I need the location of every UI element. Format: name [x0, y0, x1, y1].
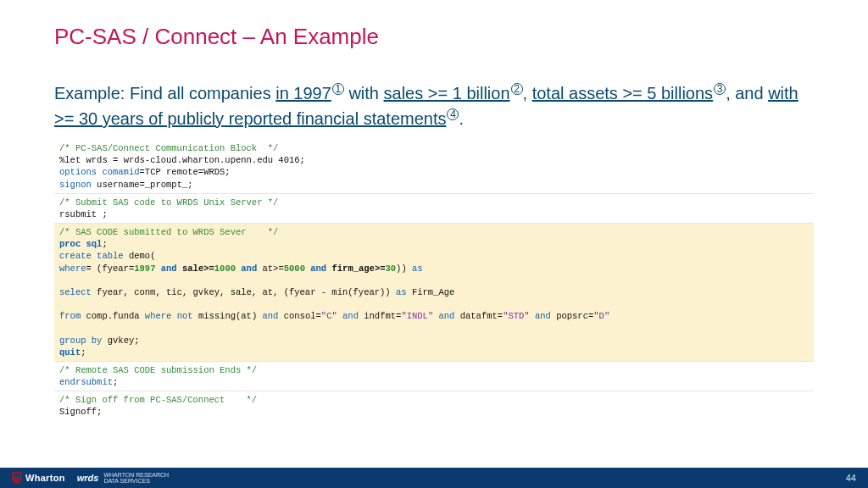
wrds-logo: wrds [77, 473, 99, 483]
ref-2-icon: 2 [511, 83, 523, 95]
code-text: ; [102, 239, 107, 249]
code-kw: select [59, 287, 92, 297]
code-kw: group [59, 336, 86, 346]
code-text: wrds = wrds-cloud.wharton.upenn.edu 4016… [81, 155, 305, 165]
page-title: PC-SAS / Connect – An Example [54, 24, 814, 50]
code-kw: where [59, 263, 86, 274]
code-text: demo( [124, 251, 156, 261]
code-text: firm_age>= [326, 263, 385, 274]
code-kw: and [530, 311, 551, 321]
code-text: =TCP remote=WRDS; [140, 167, 231, 177]
code-num: 5000 [284, 263, 305, 274]
wrds-subtitle: WHARTON RESEARCH DATA SERVICES [103, 472, 169, 484]
example-description: Example: Find all companies in 19971 wit… [54, 80, 814, 131]
code-text: popsrc= [551, 311, 593, 321]
text: with [344, 84, 384, 103]
code-str: "STD" [503, 311, 530, 321]
code-text: ; [113, 377, 118, 387]
code-num: 1997 [134, 263, 155, 274]
ref-4-icon: 4 [447, 108, 459, 120]
text: Example: Find all companies [54, 84, 275, 103]
criterion-assets: total assets >= 5 billions [532, 84, 713, 103]
code-str: "C" [321, 311, 337, 321]
code-block-sql: /* SAS CODE submitted to WRDS Sever */ p… [54, 224, 814, 362]
code-text: sale>= [177, 263, 214, 274]
code-kw: and [236, 263, 257, 274]
text: , and [726, 84, 768, 103]
code-kw: create [59, 251, 92, 261]
code-comment: /* SAS CODE submitted to WRDS Sever */ [59, 227, 278, 237]
ref-3-icon: 3 [714, 83, 726, 95]
code-text: missing(at) [193, 311, 263, 321]
code-num: 30 [385, 263, 396, 274]
code-kw: from [59, 311, 81, 321]
code-comment: /* Sign off from PC-SAS/Connect */ [59, 395, 257, 405]
code-kw: proc [59, 239, 81, 249]
code-kw: endrsubmit [59, 377, 113, 387]
code-kw: as [396, 287, 407, 297]
code-text: Firm_Age [407, 287, 455, 297]
code-comment: /* Submit SAS code to WRDS Unix Server *… [59, 197, 278, 208]
code-kw: and [305, 263, 326, 274]
code-text: consol= [278, 311, 320, 321]
text: . [459, 109, 464, 128]
code-block-rsubmit: /* Submit SAS code to WRDS Unix Server *… [54, 194, 814, 224]
code-kw: and [155, 263, 176, 274]
footer-bar: Wharton wrds WHARTON RESEARCH DATA SERVI… [0, 468, 868, 488]
code-kw: as [412, 263, 423, 274]
code-text: gvkey; [102, 336, 139, 346]
code-str: "D" [593, 311, 609, 321]
code-text: indfmt= [359, 311, 401, 321]
wharton-shield-icon [12, 472, 22, 484]
code-kw: and [337, 311, 359, 321]
code-text: username=_prompt_; [92, 180, 193, 190]
code-kw: where [145, 311, 172, 321]
code-block-endrsubmit: /* Remote SAS CODE submission Ends */ en… [54, 362, 814, 391]
code-comment: /* PC-SAS/Connect Communication Block */ [59, 143, 278, 153]
code-text: comp.funda [81, 311, 145, 321]
text: WHARTON RESEARCH [103, 472, 169, 478]
code-num: 1000 [214, 263, 236, 274]
code-text: datafmt= [454, 311, 503, 321]
code-kw: %let [59, 155, 81, 165]
code-text: rsubmit ; [59, 209, 108, 219]
code-comment: /* Remote SAS CODE submission Ends */ [59, 365, 257, 375]
code-text: at>= [257, 263, 284, 274]
code-text: Signoff; [59, 407, 102, 417]
code-kw: by [86, 336, 103, 346]
code-str: "INDL" [401, 311, 433, 321]
criterion-sales: sales >= 1 billion [384, 84, 510, 103]
code-kw: comamid [97, 167, 139, 177]
code-kw: and [433, 311, 454, 321]
text: DATA SERVICES [103, 478, 149, 484]
code-block-signoff: /* Sign off from PC-SAS/Connect */ Signo… [54, 391, 814, 420]
code-text: ; [81, 347, 86, 358]
code-text: )) [396, 263, 412, 274]
code-block-connect: /* PC-SAS/Connect Communication Block */… [54, 140, 814, 194]
code-text: fyear, conm, tic, gvkey, sale, at, (fyea… [92, 287, 396, 297]
text: , [523, 84, 532, 103]
slide: PC-SAS / Connect – An Example Example: F… [0, 0, 868, 488]
code-kw: quit [59, 347, 81, 358]
code-kw: not [171, 311, 192, 321]
criterion-year: in 1997 [275, 84, 331, 103]
code-kw: options [59, 167, 97, 177]
code-kw: and [263, 311, 279, 321]
code-kw: signon [59, 180, 92, 190]
code-kw: sql [81, 239, 102, 249]
page-number: 44 [846, 473, 856, 483]
ref-1-icon: 1 [332, 83, 344, 95]
wharton-logo: Wharton [25, 473, 65, 483]
code-text: = (fyear= [86, 263, 135, 274]
code-kw: table [92, 251, 124, 261]
